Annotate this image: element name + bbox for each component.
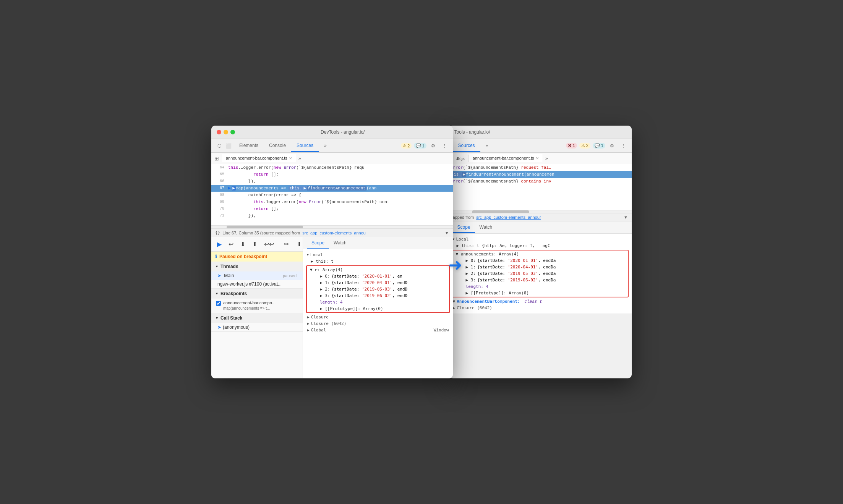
devtools-window-1: DevTools - angular.io/ ⬡ ⬜ Elements Cons… [211, 126, 453, 378]
step-out-button[interactable]: ⬆ [250, 239, 259, 249]
panel-icon[interactable]: ⬜ [224, 142, 234, 150]
horizontal-scrollbar-1[interactable] [211, 225, 453, 228]
devtools-tab-bar-1: ⬡ ⬜ Elements Console Sources » ⚠ 2 💬 1 ⚙… [211, 139, 453, 153]
code-line-69: 69 this.logger.error(new Error(`${announ… [211, 199, 453, 205]
arr-item-1[interactable]: ▶ 1: {startDate: '2020-04-01', endD [308, 279, 447, 286]
status-text-2: apped from [453, 215, 474, 220]
arr-item-3[interactable]: ▶ 3: {startDate: '2019-06-02', endD [308, 292, 447, 299]
scope-tab-bar-1: Scope Watch [303, 237, 453, 249]
tab-console[interactable]: Console [264, 140, 291, 152]
info-icon: ℹ [215, 254, 217, 259]
scope-tab-watch[interactable]: Watch [329, 238, 351, 249]
close-button[interactable] [217, 130, 221, 134]
file-tab-close-icon-2[interactable]: ✕ [536, 156, 539, 160]
scope-panel-2: Scope Watch ▼ Local ▶ this: t {http: Ae,… [449, 221, 632, 313]
scope-announcements-highlighted[interactable]: ▼ announcements: Array(4) ▶ 0: {startDat… [452, 250, 629, 297]
horizontal-scrollbar-2[interactable] [449, 210, 632, 213]
tab-sources[interactable]: Sources [291, 140, 319, 152]
scope-group-local: ▼ Local ▶ this: t ▼ e: Array(4) [303, 251, 453, 334]
closure-6042-2[interactable]: ▶ Closure (6042) [449, 305, 632, 311]
step-button[interactable]: ↩↩ [262, 239, 276, 249]
arr-item-2[interactable]: ▶ 2: {startDate: '2019-05-03', endD [308, 286, 447, 292]
thread-main[interactable]: ➤ Main paused [211, 271, 303, 280]
comparison-arrow: ➜ [448, 255, 462, 275]
length-item-2: length: 4 [454, 283, 626, 290]
callstack-item-anonymous[interactable]: ➤ (anonymous) [211, 323, 303, 331]
file-tab-announcement-2[interactable]: announcement-bar.component.ts ✕ [469, 154, 543, 162]
pause-on-exceptions-button[interactable]: ⏸ [294, 240, 303, 249]
window-title-2: Tools - angular.io/ [454, 129, 626, 135]
source-map-link-1[interactable]: src_app_custom-elements_annou [302, 231, 366, 235]
global-item[interactable]: ▶ Global Window [303, 327, 453, 333]
file-tab-d8[interactable]: d8.js [452, 155, 469, 162]
settings-icon[interactable]: ⚙ [429, 142, 438, 150]
source-map-link-2[interactable]: src_app_custom-elements_annour [476, 215, 541, 220]
tab-more[interactable]: » [319, 140, 332, 152]
breakpoint-arrow: ▶ [228, 185, 231, 192]
scope-tab-scope-2[interactable]: Scope [453, 222, 475, 233]
left-panel-1: ▶ ↩ ⬇ ⬆ ↩↩ ✏ ⏸ ℹ Paused on breakpoint [211, 237, 303, 378]
arr-item-2-0[interactable]: ▶ 0: {startDate: '2020-01-01', endDa [454, 257, 626, 264]
breakpoint-file: announcement-bar.compo... [223, 300, 276, 306]
breakpoints-triangle-icon: ▼ [215, 292, 219, 296]
settings-icon-2[interactable]: ⚙ [608, 142, 616, 150]
status-text-1: Line 67, Column 35 (source mapped from [222, 231, 300, 235]
arr-item-2-3[interactable]: ▶ 3: {startDate: '2019-06-02', endDa [454, 277, 626, 283]
more-files-icon[interactable]: » [296, 154, 303, 163]
edit-breakpoints-button[interactable]: ✏ [282, 239, 291, 249]
minimize-button[interactable] [224, 130, 228, 134]
closure-6042-triangle-icon: ▶ [307, 321, 310, 326]
expand-icon-2[interactable]: ▼ [624, 215, 628, 220]
tab-elements[interactable]: Elements [234, 140, 264, 152]
paused-text: Paused on breakpoint [219, 254, 267, 259]
scope-local-header-2[interactable]: ▼ Local [449, 236, 632, 242]
callstack-triangle-icon: ▼ [215, 316, 219, 320]
prototype-item[interactable]: ▶ [[Prototype]]: Array(0) [308, 305, 447, 312]
file-tabs-2: d8.js announcement-bar.component.ts ✕ » [449, 153, 632, 164]
threads-header[interactable]: ▼ Threads [211, 262, 303, 271]
more-files-icon-2[interactable]: » [543, 154, 550, 163]
tab-sources-2[interactable]: Sources [453, 140, 480, 152]
thread-main-status: paused [283, 273, 297, 278]
more-icon-2[interactable]: ⋮ [619, 142, 628, 150]
scope-tab-scope[interactable]: Scope [307, 238, 329, 249]
step-into-button[interactable]: ⬇ [238, 239, 247, 249]
file-tabs-1: ⊞ announcement-bar.component.ts ✕ » [211, 153, 453, 164]
breakpoints-header[interactable]: ▼ Breakpoints [211, 289, 303, 299]
maximize-button[interactable] [230, 130, 235, 134]
callstack-header[interactable]: ▼ Call Stack [211, 313, 303, 323]
code-line-65: 65 return []; [211, 171, 453, 178]
traffic-lights-1 [217, 130, 235, 134]
length-item: length: 4 [308, 299, 447, 305]
tab-more-2[interactable]: » [480, 140, 494, 152]
resume-button[interactable]: ▶ [215, 239, 224, 249]
step-over-button[interactable]: ↩ [227, 239, 235, 249]
prototype-item-2[interactable]: ▶ [[Prototype]]: Array(0) [454, 290, 626, 296]
more-icon[interactable]: ⋮ [440, 142, 449, 150]
file-tab-close-icon[interactable]: ✕ [289, 156, 292, 160]
arr-item-2-1[interactable]: ▶ 1: {startDate: '2020-04-01', endDa [454, 264, 626, 270]
arr-item-0[interactable]: ▶ 0: {startDate: '2020-01-01', en [308, 273, 447, 279]
scope-this-2[interactable]: ▶ this: t {http: Ae, logger: T, __ngC [449, 242, 632, 249]
expand-icon-1[interactable]: ▼ [445, 231, 449, 235]
closure-triangle-icon: ▶ [307, 315, 310, 320]
code-editor-2: Error(`${announcementsPath} request fail… [449, 164, 632, 210]
closure-item-1[interactable]: ▶ Closure [303, 314, 453, 320]
scope-e-highlighted[interactable]: ▼ e: Array(4) ▶ 0: {startDate: '2020-01-… [306, 265, 450, 313]
scope-tab-watch-2[interactable]: Watch [475, 222, 497, 233]
sidebar-toggle-icon[interactable]: ⊞ [214, 155, 219, 162]
breakpoint-checkbox[interactable] [216, 301, 221, 306]
devtools-tab-bar-2: Sources » ✖ 1 ⚠ 2 💬 1 ⚙ ⋮ [449, 139, 632, 153]
arr-item-2-2[interactable]: ▶ 2: {startDate: '2019-05-03', endDa [454, 270, 626, 277]
callstack-arrow-icon: ➤ [217, 325, 221, 330]
breakpoints-section: ▼ Breakpoints announcement-bar.compo... … [211, 289, 303, 313]
scope-local-header[interactable]: ▼ Local [303, 252, 453, 258]
scope-this[interactable]: ▶ this: t [303, 258, 453, 265]
closure-item-6042[interactable]: ▶ Closure (6042) [303, 320, 453, 327]
closure-abc[interactable]: ▼ AnnouncementBarComponent: class t [449, 298, 632, 305]
thread-ngsw[interactable]: ngsw-worker.js #7100 (activat... [211, 280, 303, 288]
file-tab-announcement[interactable]: announcement-bar.component.ts ✕ [222, 154, 296, 162]
cursor-icon[interactable]: ⬡ [215, 142, 224, 150]
format-icon[interactable]: {} [215, 230, 220, 235]
info-badge-2: 💬 1 [593, 143, 605, 149]
